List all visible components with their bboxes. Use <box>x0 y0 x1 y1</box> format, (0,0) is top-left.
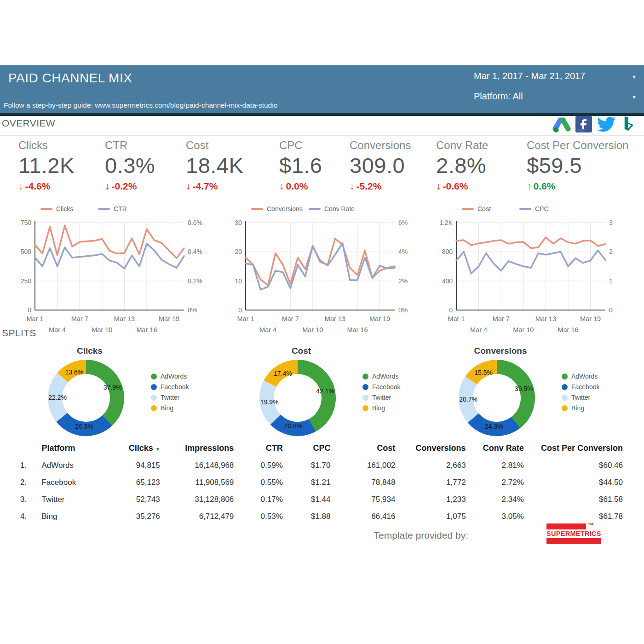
supermetrics-logo[interactable]: TM SUPERMETRICS <box>546 523 601 547</box>
donut-legend: AdWordsFacebookTwitterBing <box>562 373 599 412</box>
chevron-down-icon[interactable]: ▼ <box>632 74 637 80</box>
donut-percent-label: 39.5% <box>515 385 533 392</box>
column-header-conversions[interactable]: Conversions <box>397 440 467 457</box>
column-header-index <box>18 440 40 457</box>
guide-link-text[interactable]: Follow a step-by-step guide: www.superme… <box>4 101 277 109</box>
value-cell: $60.46 <box>526 457 625 474</box>
value-cell: 6,712,479 <box>162 508 236 525</box>
value-cell: 3.05% <box>468 508 526 525</box>
donut-chart-conversions: Conversions39.5%24.3%20.7%15.5%AdWordsFa… <box>438 346 636 438</box>
table-header: PlatformClicks▼ImpressionsCTRCPCCostConv… <box>18 440 625 457</box>
kpi-label: Cost Per Conversion <box>527 139 628 152</box>
trademark-label: TM <box>588 522 593 526</box>
svg-text:0: 0 <box>28 306 31 314</box>
value-cell: 16,148,968 <box>162 457 236 474</box>
donut-percent-label: 42.1% <box>316 387 334 395</box>
value-cell: $61.78 <box>526 508 625 525</box>
legend-label: Twitter <box>571 394 590 401</box>
value-cell: $1.70 <box>285 457 333 474</box>
kpi-card-cpc: CPC$1.6↓0.0% <box>279 139 322 192</box>
value-cell: 0.59% <box>236 457 284 474</box>
column-header-cost-per-conversion[interactable]: Cost Per Conversion <box>526 440 625 457</box>
column-header-conv-rate[interactable]: Conv Rate <box>468 440 526 457</box>
column-header-clicks[interactable]: Clicks▼ <box>112 440 162 457</box>
platform-name-cell: Bing <box>40 508 112 525</box>
chevron-down-icon[interactable]: ▼ <box>632 94 637 100</box>
svg-text:30: 30 <box>235 219 242 226</box>
sort-descending-icon[interactable]: ▼ <box>155 447 160 452</box>
date-range-selector[interactable]: Mar 1, 2017 - Mar 21, 2017 ▼ <box>474 71 626 85</box>
platform-filter-selector[interactable]: Platform: All ▼ <box>474 91 626 105</box>
column-header-cost[interactable]: Cost <box>333 440 397 457</box>
kpi-value: $1.6 <box>279 153 322 178</box>
value-cell: 52,743 <box>112 491 162 508</box>
kpi-label: Conv Rate <box>436 139 488 152</box>
donut-svg: 37.9%26.3%22.2%13.6% <box>45 357 127 439</box>
column-header-platform[interactable]: Platform <box>40 440 112 457</box>
svg-text:Mar 10: Mar 10 <box>513 326 534 334</box>
svg-text:0%: 0% <box>188 306 197 314</box>
svg-text:800: 800 <box>442 248 453 255</box>
logo-wordmark: SUPERMETRICS <box>546 530 601 537</box>
legend-item-bing: Bing <box>151 404 189 412</box>
svg-text:Mar 19: Mar 19 <box>159 315 179 322</box>
svg-text:750: 750 <box>21 219 32 226</box>
legend-label: Twitter <box>161 394 179 401</box>
kpi-label: CPC <box>279 139 322 152</box>
section-title-overview: OVERVIEW <box>2 118 55 129</box>
platform-name-cell: Twitter <box>40 491 112 508</box>
arrow-down-icon: ↓ <box>279 181 284 191</box>
table-header-row: PlatformClicks▼ImpressionsCTRCPCCostConv… <box>18 440 625 457</box>
svg-text:Mar 13: Mar 13 <box>325 315 345 322</box>
kpi-delta: ↑0.6% <box>527 181 628 192</box>
value-cell: 78,848 <box>333 474 397 491</box>
svg-text:Mar 4: Mar 4 <box>49 326 66 334</box>
legend-label: AdWords <box>571 373 598 380</box>
legend-item-facebook: Facebook <box>362 383 400 391</box>
arrow-down-icon: ↓ <box>105 181 110 191</box>
arrow-down-icon: ↓ <box>18 181 23 191</box>
svg-text:Mar 7: Mar 7 <box>282 315 299 322</box>
platform-breakdown-table: PlatformClicks▼ImpressionsCTRCPCCostConv… <box>18 440 625 525</box>
legend-dot <box>562 374 568 380</box>
divider <box>0 343 644 343</box>
svg-text:0.4%: 0.4% <box>188 248 202 255</box>
donut-title: Conversions <box>454 346 546 356</box>
legend-label: Twitter <box>372 394 391 401</box>
legend-dot <box>151 384 157 390</box>
arrow-up-icon: ↑ <box>527 181 532 191</box>
legend-dot <box>362 384 368 390</box>
svg-text:6%: 6% <box>398 219 408 226</box>
kpi-card-ctr: CTR0.3%↓-0.2% <box>105 139 155 192</box>
svg-text:Mar 1: Mar 1 <box>26 315 43 322</box>
value-cell: 1. <box>18 457 40 474</box>
svg-text:20: 20 <box>235 248 242 255</box>
legend-item-twitter: Twitter <box>151 394 189 401</box>
arrow-down-icon: ↓ <box>436 181 441 191</box>
column-header-cpc[interactable]: CPC <box>285 440 333 457</box>
adwords-icon <box>552 115 571 133</box>
divider <box>0 135 644 136</box>
column-header-ctr[interactable]: CTR <box>236 440 284 457</box>
svg-text:Mar 16: Mar 16 <box>347 326 368 334</box>
svg-text:2: 2 <box>609 248 613 255</box>
platform-name-cell: Facebook <box>40 474 112 491</box>
column-header-impressions[interactable]: Impressions <box>162 440 236 457</box>
table-body: 1.AdWords94,81516,148,9680.59%$1.70161,0… <box>18 457 625 525</box>
kpi-delta: ↓-0.2% <box>105 181 155 192</box>
donut-percent-label: 24.3% <box>485 423 503 430</box>
svg-text:Mar 19: Mar 19 <box>369 315 390 322</box>
svg-text:0: 0 <box>609 306 613 314</box>
svg-text:250: 250 <box>21 277 32 285</box>
value-cell: 1,772 <box>397 474 467 491</box>
value-cell: $61.58 <box>526 491 625 508</box>
kpi-value: 2.8% <box>436 153 488 178</box>
value-cell: 0.53% <box>236 508 284 525</box>
svg-text:Clicks: Clicks <box>56 205 73 213</box>
svg-text:0.6%: 0.6% <box>188 219 202 226</box>
value-cell: 4. <box>18 508 40 525</box>
legend-label: Facebook <box>161 383 189 391</box>
value-cell: $44.50 <box>526 474 625 491</box>
svg-text:Mar 7: Mar 7 <box>493 315 510 322</box>
donut-title: Cost <box>255 346 347 356</box>
